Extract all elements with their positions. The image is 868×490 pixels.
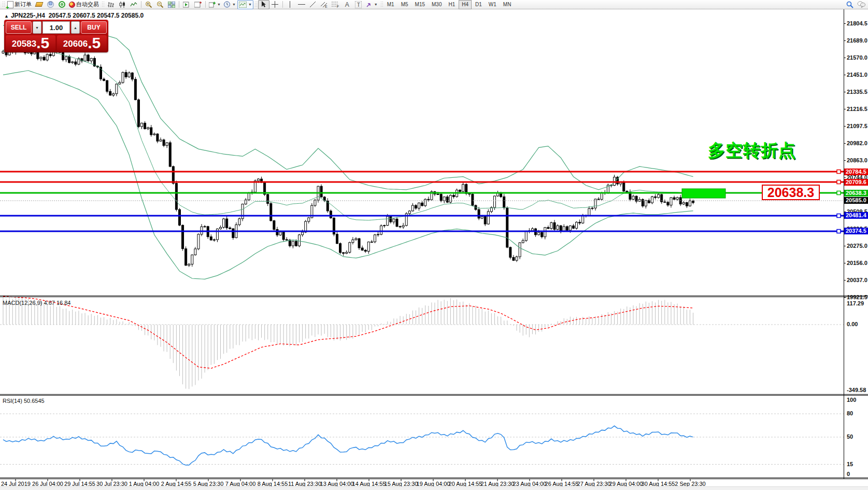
price-axis-value: 21335.5 xyxy=(847,89,868,95)
volume-input[interactable]: 1.00 xyxy=(42,21,70,34)
quote-panel-collapse-arrow[interactable]: ▲ xyxy=(4,13,9,19)
styler-button[interactable] xyxy=(33,0,45,9)
macd-axis-zero: 0.00 xyxy=(847,321,868,327)
auto-trading-icon xyxy=(69,2,75,8)
text-label-tool[interactable]: T xyxy=(353,0,364,9)
zoom-out-button[interactable] xyxy=(154,0,166,9)
price-axis-value: 20156.0 xyxy=(847,260,868,266)
rsi-axis-80: 80 xyxy=(847,410,868,416)
hline-price-label: 20784.5 xyxy=(844,169,868,175)
price-callout-box[interactable]: 20638.3 xyxy=(762,185,820,200)
new-order-button[interactable]: 新订单 xyxy=(6,0,33,9)
timeframe-m15[interactable]: M15 xyxy=(412,0,428,9)
new-order-label: 新订单 xyxy=(15,1,32,8)
auto-trading-button[interactable]: 自动交易 xyxy=(67,0,101,9)
timeframe-h4[interactable]: H4 xyxy=(459,0,472,9)
dropdown-arrow-icon: ▼ xyxy=(217,3,221,6)
zoom-out-icon xyxy=(156,1,164,8)
new-chart-button[interactable] xyxy=(192,0,204,9)
line-chart-button[interactable] xyxy=(128,0,139,9)
auto-trading-label: 自动交易 xyxy=(76,1,99,8)
periods-button[interactable]: ▼ xyxy=(222,0,237,9)
chat-icon xyxy=(857,1,865,8)
toolbar-grip[interactable] xyxy=(380,1,383,8)
vertical-line-tool[interactable] xyxy=(284,0,296,9)
price-axis-value: 20982.0 xyxy=(847,140,868,146)
search-icon xyxy=(846,1,853,8)
fibonacci-icon: F xyxy=(332,1,339,8)
timeframe-d1[interactable]: D1 xyxy=(472,0,485,9)
toolbar-grip[interactable] xyxy=(254,1,257,8)
fibonacci-tool[interactable]: F xyxy=(330,0,341,9)
channel-tool[interactable]: E xyxy=(319,0,330,9)
toolbar: 新订单 自动交易 xyxy=(0,0,868,9)
chart-plus-icon xyxy=(194,2,202,8)
cursor-icon xyxy=(261,1,266,8)
profile-button[interactable] xyxy=(45,0,56,9)
current-price-label: 20585.0 xyxy=(844,197,868,204)
timeframe-mn[interactable]: MN xyxy=(500,0,515,9)
price-axis-value: 20863.0 xyxy=(847,157,868,163)
price-axis-value: 21570.0 xyxy=(847,54,868,61)
price-axis-tick xyxy=(844,126,846,127)
turning-point-annotation[interactable]: 多空转折点 xyxy=(708,139,796,162)
chart-region: 24 Jul 201926 Jul 04:0029 Jul 14:5530 Ju… xyxy=(0,9,868,490)
price-axis-tick xyxy=(844,23,846,24)
hline-price-label: 20481.4 xyxy=(844,212,868,219)
templates-button[interactable]: ▼ xyxy=(237,0,253,9)
price-axis-tick xyxy=(844,263,846,263)
price-axis-tick xyxy=(844,143,846,144)
price-axis-value: 21689.0 xyxy=(847,37,868,44)
bar-chart-button[interactable] xyxy=(105,0,117,9)
price-axis-tick xyxy=(844,160,846,161)
arrows-tool[interactable]: ▼ xyxy=(364,0,379,9)
sell-price[interactable]: 20583.5 xyxy=(6,35,55,51)
timeframe-m30[interactable]: M30 xyxy=(429,0,445,9)
volume-decrease-button[interactable]: ▼ xyxy=(33,21,41,34)
hline-price-label: 20638.3 xyxy=(844,190,868,197)
price-axis-value: 19921.5 xyxy=(847,294,868,300)
volume-increase-button[interactable]: ▲ xyxy=(71,21,80,34)
chart-title: ▲JPN225-,H4 20547.5 20607.5 20547.5 2058… xyxy=(4,12,144,19)
chart-canvas[interactable]: 24 Jul 201926 Jul 04:0029 Jul 14:5530 Ju… xyxy=(0,9,868,490)
buy-button[interactable]: BUY xyxy=(81,21,107,34)
tile-windows-button[interactable] xyxy=(166,0,177,9)
timeframe-h1[interactable]: H1 xyxy=(445,0,458,9)
rsi-axis-0: 0 xyxy=(847,471,868,477)
line-chart-icon xyxy=(130,2,137,8)
hline-price-label: 20374.5 xyxy=(844,228,868,234)
svg-text:E: E xyxy=(325,5,328,8)
timeframe-bar: M1M5M15M30H1H4D1W1MN xyxy=(384,0,515,9)
strategy-tester-button[interactable] xyxy=(181,0,192,9)
toolbar-grip[interactable] xyxy=(102,1,104,8)
text-label-icon: T xyxy=(355,1,362,8)
sell-button[interactable]: SELL xyxy=(6,21,32,34)
price-axis-tick xyxy=(844,246,846,246)
timeframe-m1[interactable]: M1 xyxy=(384,0,397,9)
trendline-tool[interactable] xyxy=(307,0,319,9)
candle-chart-button[interactable] xyxy=(117,0,128,9)
horizontal-scrollbar[interactable] xyxy=(0,486,868,490)
text-tool[interactable]: A xyxy=(341,0,353,9)
ohlc-values: 20547.5 20607.5 20547.5 20585.0 xyxy=(49,12,144,19)
cursor-tool-button[interactable] xyxy=(258,0,269,9)
horizontal-line-tool[interactable] xyxy=(296,0,307,9)
dropdown-arrow-icon: ▼ xyxy=(248,3,252,6)
search-button[interactable] xyxy=(844,0,856,9)
timeframe-m5[interactable]: M5 xyxy=(398,0,411,9)
indicators-button[interactable]: ▼ xyxy=(207,0,222,9)
zoom-in-icon xyxy=(145,1,152,8)
crosshair-tool-button[interactable] xyxy=(269,0,281,9)
zoom-in-button[interactable] xyxy=(143,0,154,9)
trendline-icon xyxy=(309,1,316,8)
chat-button[interactable] xyxy=(856,0,867,9)
timeframe-w1[interactable]: W1 xyxy=(486,0,500,9)
signals-button[interactable] xyxy=(56,0,67,9)
price-axis-value: 21097.5 xyxy=(847,123,868,129)
price-axis-tick xyxy=(844,92,846,92)
price-axis-tick xyxy=(844,297,846,298)
rsi-axis-15: 15 xyxy=(847,461,868,467)
price-axis-value: 21451.0 xyxy=(847,72,868,78)
buy-price[interactable]: 20606.5 xyxy=(57,35,107,51)
toolbar-grip[interactable] xyxy=(2,1,5,8)
